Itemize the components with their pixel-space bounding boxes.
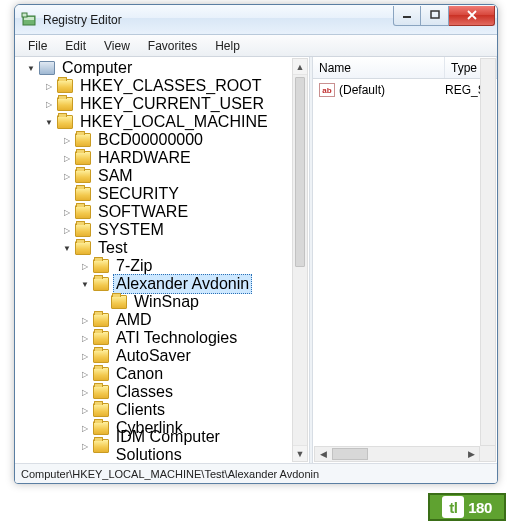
scroll-thumb[interactable] xyxy=(332,448,368,460)
chevron-right-icon[interactable]: ▷ xyxy=(79,260,91,272)
tree-label: SYSTEM xyxy=(95,220,167,240)
tree-node[interactable]: ▷WinSnap xyxy=(17,293,292,311)
folder-icon xyxy=(93,349,109,363)
chevron-right-icon[interactable]: ▷ xyxy=(61,224,73,236)
scroll-right-icon[interactable]: ▶ xyxy=(463,447,479,461)
folder-icon xyxy=(57,97,73,111)
chevron-right-icon[interactable]: ▷ xyxy=(79,332,91,344)
tree-label: SOFTWARE xyxy=(95,202,191,222)
chevron-down-icon[interactable]: ▼ xyxy=(79,278,91,290)
tree-label: Test xyxy=(95,238,130,258)
menu-edit[interactable]: Edit xyxy=(56,37,95,55)
tree-node[interactable]: ▷HARDWARE xyxy=(17,149,292,167)
tree-node-hkcu[interactable]: ▷ HKEY_CURRENT_USER xyxy=(17,95,292,113)
watermark: tl 180 xyxy=(428,493,506,521)
svg-rect-4 xyxy=(431,11,439,18)
tree-node-hklm[interactable]: ▼ HKEY_LOCAL_MACHINE xyxy=(17,113,292,131)
watermark-text: 180 xyxy=(468,499,492,516)
titlebar[interactable]: Registry Editor xyxy=(15,5,497,35)
scroll-left-icon[interactable]: ◀ xyxy=(315,447,331,461)
tree-node-selected[interactable]: ▼Alexander Avdonin xyxy=(17,275,292,293)
tree-node[interactable]: ▷Classes xyxy=(17,383,292,401)
statusbar-path: Computer\HKEY_LOCAL_MACHINE\Test\Alexand… xyxy=(21,468,319,480)
chevron-right-icon[interactable]: ▷ xyxy=(79,404,91,416)
folder-icon xyxy=(57,79,73,93)
chevron-right-icon[interactable]: ▷ xyxy=(61,170,73,182)
tree-pane: ▼ Computer ▷ HKEY_CLASSES_ROOT ▷ HKEY_CU… xyxy=(15,57,309,463)
scroll-down-icon[interactable]: ▼ xyxy=(293,445,307,461)
tree-view[interactable]: ▼ Computer ▷ HKEY_CLASSES_ROOT ▷ HKEY_CU… xyxy=(17,59,292,461)
tree-scrollbar[interactable]: ▲ ▼ xyxy=(292,58,308,462)
tree-label: HKEY_LOCAL_MACHINE xyxy=(77,112,271,132)
tree-label: ATI Technologies xyxy=(113,328,240,348)
chevron-right-icon[interactable]: ▷ xyxy=(79,350,91,362)
list-row[interactable]: ab (Default) REG_SZ xyxy=(313,79,497,97)
menu-file[interactable]: File xyxy=(19,37,56,55)
tree-node[interactable]: ▷SAM xyxy=(17,167,292,185)
tree-node[interactable]: ▷SYSTEM xyxy=(17,221,292,239)
tree-node[interactable]: ▷ATI Technologies xyxy=(17,329,292,347)
tree-node[interactable]: ▷Clients xyxy=(17,401,292,419)
tree-label: BCD00000000 xyxy=(95,130,206,150)
scroll-thumb[interactable] xyxy=(295,77,305,267)
menu-help[interactable]: Help xyxy=(206,37,249,55)
tree-node[interactable]: ▷7-Zip xyxy=(17,257,292,275)
chevron-right-icon[interactable]: ▷ xyxy=(79,440,91,452)
folder-icon xyxy=(75,169,91,183)
tree-node-computer[interactable]: ▼ Computer xyxy=(17,59,292,77)
tree-node-test[interactable]: ▼Test xyxy=(17,239,292,257)
menu-view[interactable]: View xyxy=(95,37,139,55)
tree-node[interactable]: ▷Canon xyxy=(17,365,292,383)
tree-label: SAM xyxy=(95,166,136,186)
list-hscrollbar[interactable]: ◀ ▶ xyxy=(314,446,480,462)
value-name: (Default) xyxy=(339,83,445,97)
chevron-down-icon[interactable]: ▼ xyxy=(25,62,37,74)
folder-icon xyxy=(93,331,109,345)
folder-icon xyxy=(111,295,127,309)
tree-node[interactable]: ▷SECURITY xyxy=(17,185,292,203)
tree-node[interactable]: ▷SOFTWARE xyxy=(17,203,292,221)
tree-node[interactable]: ▷BCD00000000 xyxy=(17,131,292,149)
regedit-icon xyxy=(21,12,37,28)
tree-node[interactable]: ▷IDM Computer Solutions xyxy=(17,437,292,455)
folder-icon xyxy=(93,385,109,399)
chevron-down-icon[interactable]: ▼ xyxy=(43,116,55,128)
scroll-up-icon[interactable]: ▲ xyxy=(293,59,307,75)
computer-icon xyxy=(39,61,55,75)
column-name[interactable]: Name xyxy=(313,57,445,78)
svg-rect-2 xyxy=(22,13,27,17)
tree-node[interactable]: ▷AMD xyxy=(17,311,292,329)
minimize-button[interactable] xyxy=(393,6,421,26)
tree-node-hkcr[interactable]: ▷ HKEY_CLASSES_ROOT xyxy=(17,77,292,95)
folder-icon xyxy=(75,151,91,165)
statusbar: Computer\HKEY_LOCAL_MACHINE\Test\Alexand… xyxy=(15,463,497,483)
menubar: File Edit View Favorites Help xyxy=(15,35,497,57)
list-vscrollbar[interactable] xyxy=(480,58,496,446)
folder-icon xyxy=(93,277,109,291)
chevron-right-icon[interactable]: ▷ xyxy=(79,368,91,380)
folder-icon xyxy=(93,367,109,381)
folder-icon xyxy=(75,205,91,219)
tree-node[interactable]: ▷AutoSaver xyxy=(17,347,292,365)
svg-rect-3 xyxy=(403,16,411,18)
list-pane: Name Type ab (Default) REG_SZ ◀ ▶ xyxy=(313,57,497,463)
chevron-right-icon[interactable]: ▷ xyxy=(43,80,55,92)
string-value-icon: ab xyxy=(319,83,335,97)
chevron-right-icon[interactable]: ▷ xyxy=(43,98,55,110)
menu-favorites[interactable]: Favorites xyxy=(139,37,206,55)
tree-label: AMD xyxy=(113,310,155,330)
chevron-right-icon[interactable]: ▷ xyxy=(79,314,91,326)
chevron-down-icon[interactable]: ▼ xyxy=(61,242,73,254)
tree-label: HKEY_CURRENT_USER xyxy=(77,94,267,114)
chevron-right-icon[interactable]: ▷ xyxy=(79,386,91,398)
tree-label: HKEY_CLASSES_ROOT xyxy=(77,76,264,96)
window-controls xyxy=(393,6,495,26)
chevron-right-icon[interactable]: ▷ xyxy=(61,134,73,146)
chevron-right-icon[interactable]: ▷ xyxy=(61,152,73,164)
window-title: Registry Editor xyxy=(43,13,393,27)
maximize-button[interactable] xyxy=(421,6,449,26)
folder-icon xyxy=(93,259,109,273)
chevron-right-icon[interactable]: ▷ xyxy=(61,206,73,218)
chevron-right-icon[interactable]: ▷ xyxy=(79,422,91,434)
close-button[interactable] xyxy=(449,6,495,26)
